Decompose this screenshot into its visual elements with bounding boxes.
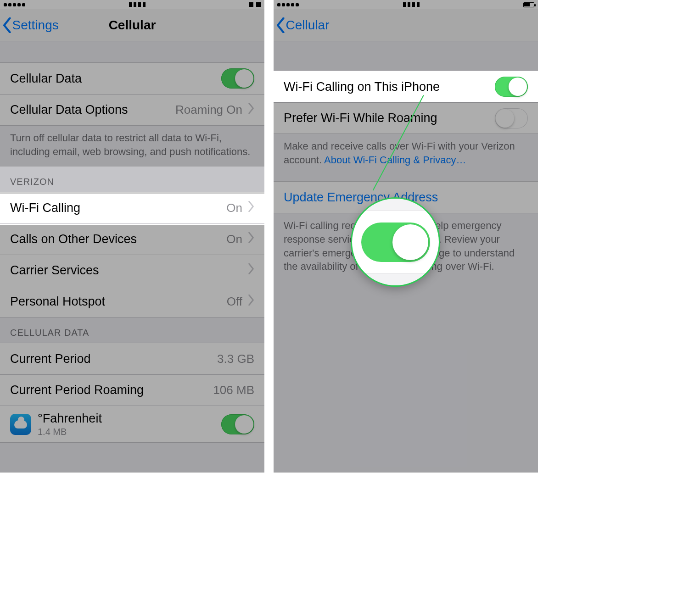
personal-hotspot-row[interactable]: Personal Hotspot Off — [0, 286, 264, 317]
chevron-right-icon — [248, 103, 254, 117]
current-roaming-label: Current Period Roaming — [10, 383, 144, 397]
wifi-calling-row[interactable]: Wi-Fi Calling On — [0, 192, 264, 223]
nav-bar: Settings Cellular — [0, 9, 264, 41]
wifi-calling-on-iphone-label: Wi-Fi Calling on This iPhone — [284, 80, 440, 94]
back-button[interactable]: Settings — [0, 17, 59, 33]
calls-other-value: On — [226, 232, 242, 246]
wifi-calling-value: On — [226, 201, 242, 215]
prefer-wifi-roaming-toggle[interactable] — [495, 108, 528, 128]
carrier-section-header: VERIZON — [0, 167, 264, 192]
left-phone: Settings Cellular Cellular Data Cellular… — [0, 0, 264, 473]
back-label: Settings — [12, 18, 59, 33]
back-button[interactable]: Cellular — [274, 17, 329, 33]
back-label: Cellular — [286, 18, 330, 33]
calls-other-devices-row[interactable]: Calls on Other Devices On — [0, 223, 264, 255]
chevron-right-icon — [248, 263, 254, 278]
wifi-calling-footer: Make and receive calls over Wi-Fi with y… — [274, 134, 538, 175]
nav-bar: Cellular — [274, 9, 538, 41]
magnified-toggle-icon — [361, 223, 430, 262]
chevron-right-icon — [248, 201, 254, 215]
status-bar — [0, 0, 264, 9]
cellular-data-toggle[interactable] — [221, 68, 254, 89]
settings-list: Cellular Data Cellular Data Options Roam… — [0, 41, 264, 473]
current-period-label: Current Period — [10, 352, 91, 366]
current-period-row: Current Period 3.3 GB — [0, 343, 264, 374]
current-roaming-value: 106 MB — [213, 383, 254, 397]
app-name: °Fahrenheit — [38, 412, 102, 426]
calls-other-label: Calls on Other Devices — [10, 232, 137, 246]
carrier-services-label: Carrier Services — [10, 263, 99, 278]
app-usage-row[interactable]: Now °Fahrenheit 1.4 MB — [0, 406, 264, 442]
about-wifi-calling-link[interactable]: About Wi-Fi Calling & Privacy… — [324, 154, 466, 166]
cellular-data-footer: Turn off cellular data to restrict all d… — [0, 126, 264, 167]
current-period-roaming-row: Current Period Roaming 106 MB — [0, 374, 264, 406]
cellular-data-row[interactable]: Cellular Data — [0, 63, 264, 94]
personal-hotspot-label: Personal Hotspot — [10, 295, 105, 309]
chevron-left-icon — [3, 17, 11, 33]
app-size: 1.4 MB — [38, 427, 102, 437]
cellular-data-options-label: Cellular Data Options — [10, 103, 128, 117]
magnifier-bubble — [351, 197, 440, 287]
cellular-data-options-row[interactable]: Cellular Data Options Roaming On — [0, 94, 264, 125]
chevron-right-icon — [248, 295, 254, 309]
wifi-calling-toggle[interactable] — [495, 77, 528, 97]
app-icon: Now — [10, 414, 31, 435]
personal-hotspot-value: Off — [227, 295, 242, 309]
chevron-left-icon — [276, 17, 285, 33]
current-period-value: 3.3 GB — [217, 352, 254, 366]
wifi-calling-on-iphone-row[interactable]: Wi-Fi Calling on This iPhone — [274, 71, 538, 102]
status-bar — [274, 0, 538, 9]
wifi-calling-label: Wi-Fi Calling — [10, 201, 80, 215]
carrier-services-row[interactable]: Carrier Services — [0, 255, 264, 286]
chevron-right-icon — [248, 232, 254, 246]
usage-section-header: CELLULAR DATA — [0, 317, 264, 343]
cellular-data-label: Cellular Data — [10, 72, 82, 86]
cellular-data-options-value: Roaming On — [175, 103, 242, 117]
app-toggle[interactable] — [221, 414, 254, 434]
